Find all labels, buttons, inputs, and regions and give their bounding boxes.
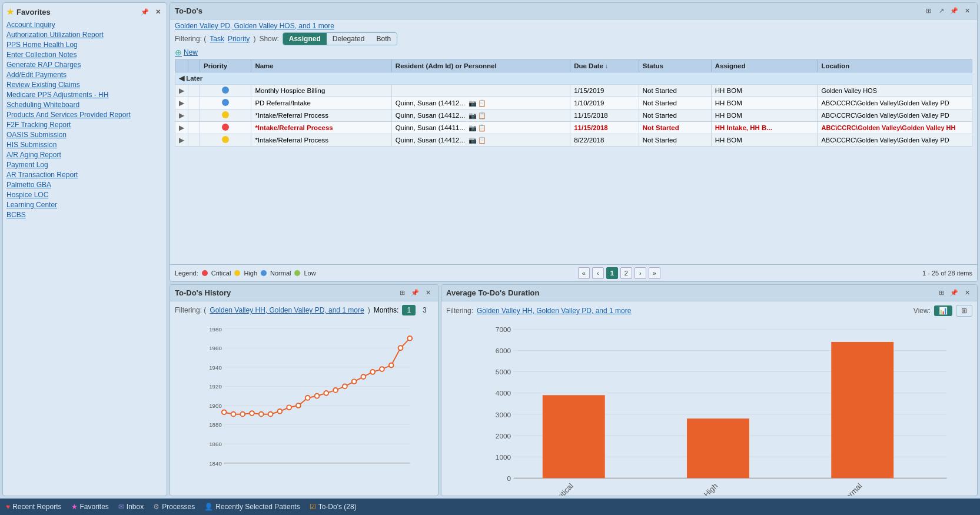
history-close-icon[interactable]: ✕ [423, 288, 433, 298]
check-cell [188, 109, 200, 122]
footer-item[interactable]: ★Favorites [71, 503, 109, 511]
footer-icon: ✉ [118, 503, 124, 511]
footer-icon: ♥ [6, 503, 10, 511]
todos-close-icon[interactable]: ✕ [962, 6, 972, 16]
history-icons: ⊞ 📌 ✕ [397, 288, 433, 298]
footer-item[interactable]: 👤Recently Selected Patients [204, 503, 300, 511]
history-icon1[interactable]: ⊞ [397, 288, 407, 298]
col-name[interactable]: Name [251, 60, 391, 72]
todos-pin-icon[interactable]: 📌 [949, 6, 959, 16]
resident-cell: Quinn, Susan (14412... 📷📋 [391, 109, 570, 122]
favorites-item[interactable]: Review Existing Claims [6, 81, 163, 89]
table-row[interactable]: ▶ Monthly Hospice Billing 1/15/2019 Not … [175, 85, 972, 97]
svg-text:0: 0 [507, 474, 511, 482]
resident-cell: Quinn, Susan (14411... 📷📋 [391, 122, 570, 134]
avg-chart-area: Filtering: Golden Valley HH, Golden Vall… [441, 301, 977, 496]
status-cell: Not Started [639, 134, 711, 147]
priority-filter-link[interactable]: Priority [228, 35, 250, 43]
table-row[interactable]: ▶ *Intake/Referral Process Quinn, Susan … [175, 109, 972, 122]
col-resident[interactable]: Resident (Adm Id) or Personnel [391, 60, 570, 72]
svg-text:1920: 1920 [209, 383, 222, 390]
svg-text:6000: 6000 [496, 347, 511, 354]
favorites-item[interactable]: Payment Log [6, 161, 163, 169]
favorites-item[interactable]: Products And Services Provided Report [6, 111, 163, 119]
history-filter-row: Filtering: ( Golden Valley HH, Golden Va… [175, 305, 433, 315]
show-both-btn[interactable]: Both [370, 33, 397, 45]
history-filter-link[interactable]: Golden Valley HH, Golden Valley PD, and … [210, 306, 364, 314]
footer-label: Recent Reports [12, 503, 61, 511]
view-table-btn[interactable]: ⊞ [956, 305, 972, 317]
favorites-item[interactable]: AR Transaction Report [6, 171, 163, 179]
footer-item[interactable]: ✉Inbox [118, 503, 144, 511]
col-assigned[interactable]: Assigned [711, 60, 818, 72]
svg-text:1840: 1840 [209, 460, 222, 467]
month-1-btn[interactable]: 1 [402, 305, 416, 315]
new-todo-link[interactable]: ⊕ New [175, 48, 972, 57]
favorites-item[interactable]: Learning Center [6, 201, 163, 209]
avg-icon1[interactable]: ⊞ [936, 288, 946, 298]
favorites-item[interactable]: HIS Submission [6, 141, 163, 149]
svg-text:3000: 3000 [496, 411, 511, 418]
table-row[interactable]: ▶ *Intake/Referral Process Quinn, Susan … [175, 134, 972, 147]
due-date-cell: 8/22/2018 [570, 134, 639, 147]
expand-cell[interactable]: ▶ [175, 109, 188, 122]
view-chart-btn[interactable]: 📊 [934, 305, 952, 316]
avg-close-icon[interactable]: ✕ [962, 288, 972, 298]
col-status[interactable]: Status [639, 60, 711, 72]
favorites-item[interactable]: Add/Edit Payments [6, 71, 163, 79]
page-controls: « ‹ 1 2 › » [578, 267, 660, 279]
expand-cell[interactable]: ▶ [175, 85, 188, 97]
todos-icon1[interactable]: ⊞ [923, 6, 934, 16]
page-next-btn[interactable]: › [634, 267, 646, 279]
page-prev-btn[interactable]: ‹ [592, 267, 604, 279]
svg-point-30 [343, 384, 347, 389]
favorites-item[interactable]: BCBS [6, 211, 163, 219]
favorites-item[interactable]: Generate RAP Charges [6, 61, 163, 69]
name-cell: *Intake/Referral Process [251, 134, 391, 147]
expand-cell[interactable]: ▶ [175, 122, 188, 134]
page-first-btn[interactable]: « [578, 267, 590, 279]
show-delegated-btn[interactable]: Delegated [327, 33, 371, 45]
favorites-item[interactable]: Hospice LOC [6, 191, 163, 199]
avg-filter-link[interactable]: Golden Valley HH, Golden Valley PD, and … [477, 307, 631, 315]
favorites-item[interactable]: Enter Collection Notes [6, 51, 163, 59]
show-assigned-btn[interactable]: Assigned [283, 33, 327, 45]
todos-filter-link[interactable]: Golden Valley PD, Golden Valley HOS, and… [175, 22, 334, 30]
page-2-btn[interactable]: 2 [620, 267, 632, 279]
page-1-btn[interactable]: 1 [606, 267, 618, 279]
favorites-item[interactable]: Medicare PPS Adjustments - HH [6, 91, 163, 99]
favorites-pin-icon[interactable]: 📌 [139, 6, 150, 17]
svg-point-35 [389, 363, 394, 368]
favorites-item[interactable]: Scheduling Whiteboard [6, 101, 163, 109]
todos-icon2[interactable]: ↗ [936, 6, 946, 16]
favorites-item[interactable]: A/R Aging Report [6, 151, 163, 159]
task-filter-link[interactable]: Task [210, 35, 224, 43]
footer-item[interactable]: ⚙Processes [153, 503, 195, 511]
footer-label: To-Do's (28) [318, 503, 357, 511]
footer-item[interactable]: ☑To-Do's (28) [310, 503, 357, 511]
favorites-close-icon[interactable]: ✕ [152, 6, 163, 17]
favorites-item[interactable]: F2F Tracking Report [6, 121, 163, 129]
todos-table-scroll[interactable]: Priority Name Resident (Adm Id) or Perso… [175, 59, 972, 262]
favorites-item[interactable]: Palmetto GBA [6, 181, 163, 189]
col-location[interactable]: Location [818, 60, 972, 72]
svg-point-28 [324, 391, 328, 396]
favorites-item[interactable]: PPS Home Health Log [6, 41, 163, 49]
favorites-item[interactable]: Account Inquiry [6, 21, 163, 29]
expand-cell[interactable]: ▶ [175, 134, 188, 147]
page-last-btn[interactable]: » [649, 267, 660, 279]
history-pin-icon[interactable]: 📌 [410, 288, 420, 298]
table-row[interactable]: ▶ PD Referral/Intake Quinn, Susan (14412… [175, 97, 972, 109]
col-due-date[interactable]: Due Date ↓ [570, 60, 639, 72]
col-priority[interactable]: Priority [200, 60, 251, 72]
month-3-btn[interactable]: 3 [419, 305, 430, 315]
status-cell: Not Started [639, 85, 711, 97]
favorites-item[interactable]: OASIS Submission [6, 131, 163, 139]
legend-row: Legend: Critical High Normal Low [175, 270, 316, 277]
avg-pin-icon[interactable]: 📌 [949, 288, 959, 298]
footer-item[interactable]: ♥Recent Reports [6, 503, 62, 511]
favorites-header: ★ Favorites 📌 ✕ [6, 6, 163, 17]
favorites-item[interactable]: Authorization Utilization Report [6, 31, 163, 39]
table-row[interactable]: ▶ *Intake/Referral Process Quinn, Susan … [175, 122, 972, 134]
expand-cell[interactable]: ▶ [175, 97, 188, 109]
